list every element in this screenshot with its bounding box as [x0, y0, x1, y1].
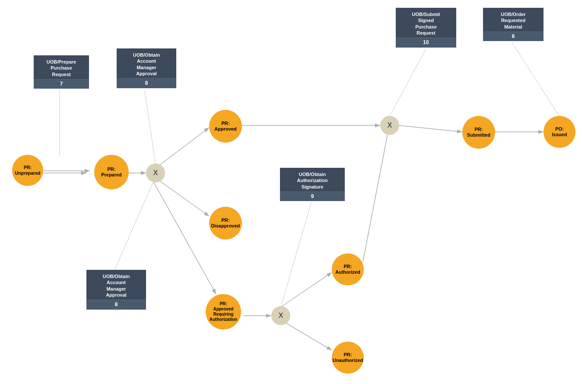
svg-line-16 — [114, 182, 153, 270]
box-uob-submit: UOB/SubmitSignedPurchaseRequest 10 — [396, 8, 456, 48]
svg-line-6 — [153, 182, 216, 294]
node-pr-disapproved: PR:Disapproved — [209, 207, 242, 240]
box-uob-order: UOB/OrderRequestedMaterial 6 — [483, 8, 544, 41]
box-uob-obtain-auth-sig: UOB/ObtainAuthorizationSignature 9 — [280, 168, 345, 201]
diagram-container: PR: Unprepared PR:Prepared X PR:Approved… — [0, 0, 588, 384]
node-pr-approved-req-auth: PR:ApprovedRequiringAuthorization — [206, 294, 241, 330]
gateway-3: X — [380, 116, 399, 135]
svg-line-9 — [281, 272, 332, 307]
box-uob-obtain-approval-top: UOB/ObtainAccountManagerApproval 8 — [117, 48, 176, 88]
node-pr-unprepared: PR: Unprepared — [12, 155, 43, 186]
node-pr-unauthorized: PR:Unauthorized — [332, 342, 364, 374]
svg-line-4 — [158, 128, 209, 166]
box-uob-obtain-approval-bottom: UOB/ObtainAccountManagerApproval 8 — [86, 270, 146, 310]
svg-line-17 — [281, 203, 311, 307]
svg-line-12 — [399, 125, 462, 132]
svg-line-15 — [145, 91, 156, 164]
gateway-1: X — [146, 163, 165, 182]
node-pr-submitted: PR:Submitted — [462, 116, 495, 149]
svg-line-19 — [512, 42, 559, 116]
svg-line-11 — [363, 128, 389, 262]
node-pr-approved: PR:Approved — [209, 110, 242, 143]
gateway-2: X — [271, 306, 290, 325]
node-po-issued: PO:Issued — [544, 116, 575, 148]
node-pr-authorized: PR:Authorized — [332, 253, 364, 285]
box-uob-prepare: UOB/PreparePurchaseRequest 7 — [34, 55, 89, 89]
svg-line-10 — [281, 320, 332, 350]
node-pr-prepared: PR:Prepared — [94, 155, 129, 189]
svg-line-18 — [390, 50, 426, 116]
svg-line-5 — [158, 179, 209, 216]
